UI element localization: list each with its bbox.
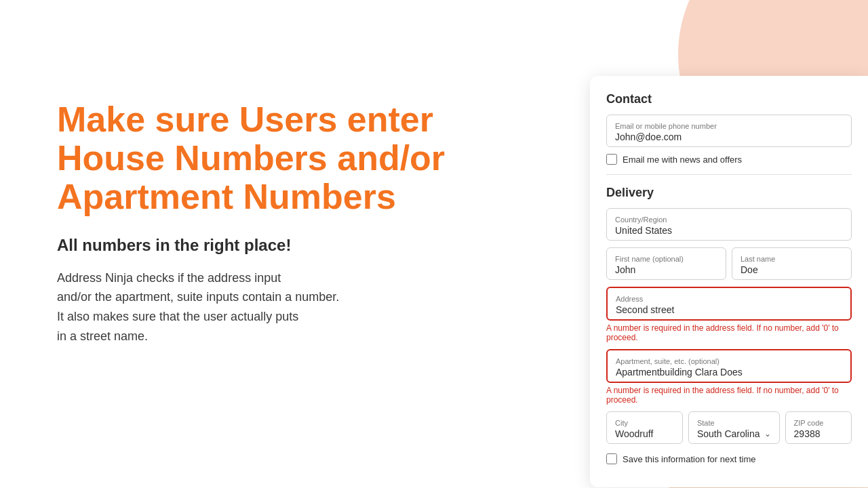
last-name-value: Doe xyxy=(741,264,843,275)
state-value: South Carolina xyxy=(697,428,760,439)
name-row: First name (optional) John Last name Doe xyxy=(606,247,852,280)
apt-value: Apartmentbuilding Clara Does xyxy=(616,367,842,378)
state-label: State xyxy=(697,419,715,427)
left-content: Make sure Users enter House Numbers and/… xyxy=(57,100,505,346)
apt-field-wrapper[interactable]: Apartment, suite, etc. (optional) Apartm… xyxy=(606,349,852,383)
apt-error-message: A number is required in the address fiel… xyxy=(606,386,852,405)
contact-section-title: Contact xyxy=(606,92,852,106)
first-name-value: John xyxy=(615,264,717,275)
email-checkbox-label: Email me with news and offers xyxy=(623,155,742,165)
first-name-field-wrapper[interactable]: First name (optional) John xyxy=(606,247,726,280)
state-field-wrapper[interactable]: State South Carolina ⌄ xyxy=(688,411,780,444)
state-select-inner: South Carolina ⌄ xyxy=(697,428,771,439)
delivery-section-title: Delivery xyxy=(606,186,852,200)
chevron-down-icon: ⌄ xyxy=(764,429,771,439)
save-checkbox-label: Save this information for next time xyxy=(623,454,756,464)
country-field-wrapper[interactable]: Country/Region United States xyxy=(606,208,852,241)
address-label: Address xyxy=(616,295,643,303)
first-name-label: First name (optional) xyxy=(615,255,684,263)
main-heading: Make sure Users enter House Numbers and/… xyxy=(57,100,505,217)
city-field-wrapper[interactable]: City Woodruff xyxy=(606,411,683,444)
country-field-group: Country/Region United States xyxy=(606,208,852,241)
city-state-zip-row: City Woodruff State South Carolina ⌄ ZIP… xyxy=(606,411,852,444)
save-checkbox[interactable] xyxy=(606,453,617,464)
address-field-group: Address Second street A number is requir… xyxy=(606,287,852,342)
save-checkbox-row: Save this information for next time xyxy=(606,453,852,464)
address-error-message: A number is required in the address fiel… xyxy=(606,323,852,342)
email-field-wrapper[interactable]: Email or mobile phone number John@doe.co… xyxy=(606,115,852,147)
zip-label: ZIP code xyxy=(794,419,824,427)
last-name-label: Last name xyxy=(741,255,775,263)
country-value: United States xyxy=(615,225,843,236)
address-value: Second street xyxy=(616,304,842,315)
zip-value: 29388 xyxy=(794,428,843,439)
zip-field-wrapper[interactable]: ZIP code 29388 xyxy=(785,411,852,444)
delivery-section: Delivery Country/Region United States Fi… xyxy=(606,186,852,464)
email-label: Email or mobile phone number xyxy=(615,122,717,130)
email-value: John@doe.com xyxy=(615,131,843,142)
apt-field-group: Apartment, suite, etc. (optional) Apartm… xyxy=(606,349,852,405)
apt-label: Apartment, suite, etc. (optional) xyxy=(616,357,719,365)
form-card: Contact Email or mobile phone number Joh… xyxy=(590,76,868,487)
city-value: Woodruff xyxy=(615,428,674,439)
body-text: Address Ninja checks if the address inpu… xyxy=(57,268,505,346)
last-name-field-wrapper[interactable]: Last name Doe xyxy=(732,247,852,280)
sub-heading: All numbers in the right place! xyxy=(57,236,505,255)
divider xyxy=(606,174,852,175)
address-field-wrapper[interactable]: Address Second street xyxy=(606,287,852,321)
country-label: Country/Region xyxy=(615,216,667,224)
email-field-group: Email or mobile phone number John@doe.co… xyxy=(606,115,852,147)
city-label: City xyxy=(615,419,628,427)
email-checkbox[interactable] xyxy=(606,154,617,165)
email-checkbox-row: Email me with news and offers xyxy=(606,154,852,165)
